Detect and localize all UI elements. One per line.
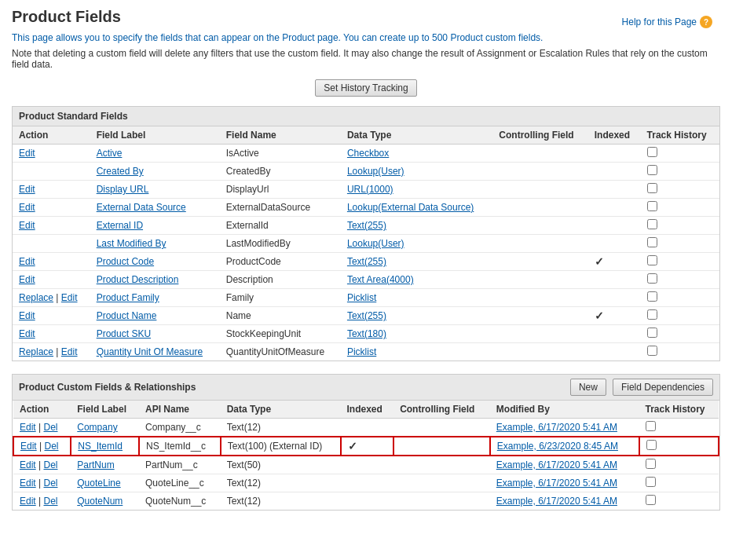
controlling-field-cell	[393, 456, 490, 474]
field-label-link[interactable]: Product Family	[97, 292, 159, 303]
field-label-link[interactable]: Last Modified By	[97, 238, 167, 249]
help-link[interactable]: Help for this Page ?	[622, 16, 712, 28]
edit-link[interactable]: Edit	[61, 346, 78, 357]
track-history-checkbox[interactable]	[647, 165, 657, 175]
data-type-link[interactable]: Lookup(User)	[347, 166, 404, 177]
field-dependencies-button[interactable]: Field Dependencies	[613, 379, 713, 396]
track-history-cell	[641, 253, 719, 271]
edit-link[interactable]: Edit	[20, 478, 36, 489]
data-type-link[interactable]: Picklist	[347, 292, 376, 303]
data-type-link[interactable]: Text(180)	[347, 328, 386, 339]
standard-fields-table: Action Field Label Field Name Data Type …	[13, 126, 719, 361]
track-history-checkbox[interactable]	[647, 237, 657, 247]
action-cell: Edit | Del	[13, 492, 71, 511]
field-label-link[interactable]: PartNum	[77, 459, 114, 470]
edit-link[interactable]: Edit	[61, 292, 78, 303]
track-history-checkbox[interactable]	[646, 495, 656, 505]
data-type-link[interactable]: Text(255)	[347, 256, 386, 267]
custom-fields-table: Action Field Label API Name Data Type In…	[13, 401, 719, 510]
data-type-cell: Checkbox	[341, 145, 492, 163]
indexed-cell	[341, 419, 394, 437]
track-history-checkbox[interactable]	[646, 459, 656, 469]
indexed-cell	[588, 199, 641, 217]
modified-by-link[interactable]: Example, 6/17/2020 5:41 AM	[496, 496, 617, 507]
action-cell: Edit	[13, 181, 90, 199]
field-label-link[interactable]: QuoteLine	[77, 478, 120, 489]
edit-link[interactable]: Edit	[19, 256, 35, 267]
track-history-checkbox[interactable]	[647, 328, 657, 338]
edit-link[interactable]: Edit	[20, 441, 37, 452]
field-label-cell: Product Description	[90, 271, 220, 289]
edit-link[interactable]: Edit	[19, 274, 35, 285]
edit-link[interactable]: Edit	[19, 220, 35, 231]
table-row: Edit | DelQuoteLineQuoteLine__cText(12)E…	[13, 474, 719, 492]
data-type-link[interactable]: Text(255)	[347, 310, 386, 321]
delete-link[interactable]: Del	[43, 422, 57, 433]
track-history-checkbox[interactable]	[647, 291, 657, 302]
edit-link[interactable]: Edit	[19, 202, 35, 213]
delete-link[interactable]: Del	[43, 496, 57, 507]
modified-by-link[interactable]: Example, 6/17/2020 5:41 AM	[496, 459, 617, 470]
field-label-link[interactable]: Display URL	[97, 184, 149, 195]
edit-link[interactable]: Edit	[19, 310, 35, 321]
field-label-link[interactable]: Active	[97, 148, 123, 159]
field-label-link[interactable]: Created By	[97, 166, 144, 177]
api-name-cell: Company__c	[139, 419, 221, 437]
field-label-link[interactable]: Product SKU	[97, 328, 151, 339]
edit-link[interactable]: Edit	[19, 148, 35, 159]
edit-link[interactable]: Edit	[20, 496, 36, 507]
track-history-checkbox[interactable]	[647, 147, 657, 157]
track-history-checkbox[interactable]	[647, 219, 657, 229]
field-label-link[interactable]: External Data Source	[97, 202, 186, 213]
track-history-checkbox[interactable]	[647, 309, 657, 320]
data-type-link[interactable]: Text(255)	[347, 220, 386, 231]
modified-by-link[interactable]: Example, 6/17/2020 5:41 AM	[496, 478, 617, 489]
field-label-link[interactable]: QuoteNum	[77, 496, 123, 507]
new-button[interactable]: New	[570, 379, 606, 396]
field-label-link[interactable]: Product Code	[97, 256, 154, 267]
field-name-cell: ExternalId	[220, 217, 341, 235]
data-type-link[interactable]: Checkbox	[347, 148, 389, 159]
table-row: Replace | EditQuantity Unit Of MeasureQu…	[13, 343, 719, 361]
col-indexed: Indexed	[588, 126, 641, 145]
replace-link[interactable]: Replace	[19, 346, 53, 357]
track-history-checkbox[interactable]	[647, 346, 657, 356]
set-history-button[interactable]: Set History Tracking	[315, 79, 416, 97]
indexed-cell	[588, 343, 641, 361]
modified-by-link[interactable]: Example, 6/23/2020 8:45 AM	[497, 441, 618, 452]
track-history-checkbox[interactable]	[647, 255, 657, 265]
track-history-checkbox[interactable]	[646, 440, 657, 450]
edit-link[interactable]: Edit	[19, 184, 35, 195]
delete-link[interactable]: Del	[43, 459, 57, 470]
field-label-link[interactable]: Company	[77, 422, 117, 433]
controlling-field-cell	[393, 437, 490, 456]
track-history-checkbox[interactable]	[646, 477, 656, 487]
table-row: Edit | DelPartNumPartNum__cText(50)Examp…	[13, 456, 719, 474]
track-history-checkbox[interactable]	[647, 183, 657, 193]
field-name-cell: StockKeepingUnit	[220, 325, 341, 343]
data-type-link[interactable]: Lookup(User)	[347, 238, 404, 249]
field-label-link[interactable]: External ID	[97, 220, 143, 231]
data-type-link[interactable]: Text Area(4000)	[347, 274, 414, 285]
edit-link[interactable]: Edit	[20, 422, 36, 433]
field-label-link[interactable]: Quantity Unit Of Measure	[97, 346, 203, 357]
field-label-cell: External ID	[90, 217, 220, 235]
delete-link[interactable]: Del	[44, 441, 58, 452]
data-type-link[interactable]: URL(1000)	[347, 184, 393, 195]
field-name-cell: Family	[220, 289, 341, 307]
field-name-cell: DisplayUrl	[220, 181, 341, 199]
data-type-link[interactable]: Picklist	[347, 346, 376, 357]
data-type-link[interactable]: Lookup(External Data Source)	[347, 202, 474, 213]
edit-link[interactable]: Edit	[20, 459, 36, 470]
replace-link[interactable]: Replace	[19, 292, 53, 303]
track-history-checkbox[interactable]	[647, 273, 657, 284]
edit-link[interactable]: Edit	[19, 328, 35, 339]
field-label-link[interactable]: NS_ItemId	[78, 441, 123, 452]
delete-link[interactable]: Del	[43, 478, 57, 489]
table-row: EditProduct CodeProductCodeText(255)✓	[13, 253, 719, 271]
modified-by-link[interactable]: Example, 6/17/2020 5:41 AM	[496, 422, 617, 433]
track-history-checkbox[interactable]	[647, 201, 657, 211]
field-label-link[interactable]: Product Description	[97, 274, 179, 285]
field-label-link[interactable]: Product Name	[97, 310, 157, 321]
track-history-checkbox[interactable]	[646, 421, 656, 431]
